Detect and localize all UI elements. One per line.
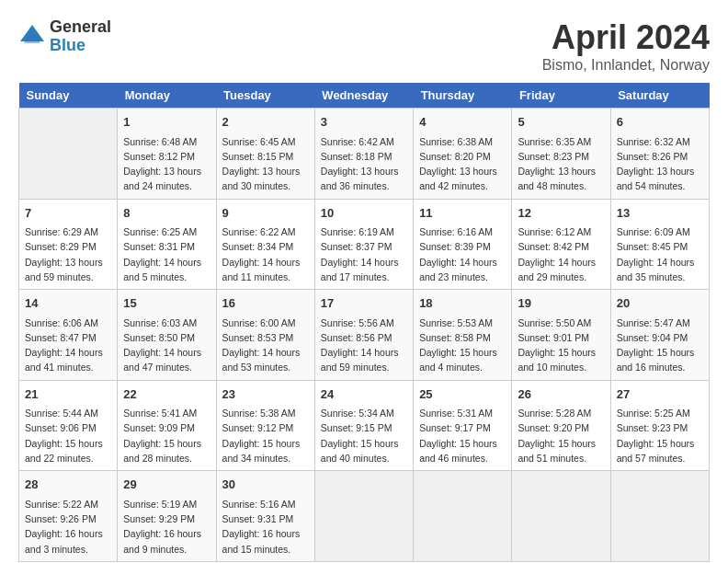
calendar-cell: 16Sunrise: 6:00 AMSunset: 8:53 PMDayligh… [216,290,314,381]
day-info: Sunrise: 5:16 AMSunset: 9:31 PMDaylight:… [222,497,309,557]
calendar-cell [512,471,610,562]
calendar-cell: 15Sunrise: 6:03 AMSunset: 8:50 PMDayligh… [118,290,216,381]
logo: General Blue [18,18,111,55]
day-number: 27 [617,385,703,404]
calendar-cell: 27Sunrise: 5:25 AMSunset: 9:23 PMDayligh… [610,380,709,471]
day-info: Sunrise: 5:50 AMSunset: 9:01 PMDaylight:… [518,316,604,375]
day-info: Sunrise: 5:47 AMSunset: 9:04 PMDaylight:… [617,316,703,375]
day-number: 1 [123,113,210,132]
day-number: 25 [419,385,506,404]
day-number: 12 [518,204,604,223]
calendar-cell: 29Sunrise: 5:19 AMSunset: 9:29 PMDayligh… [118,471,216,562]
day-number: 21 [25,385,111,404]
day-info: Sunrise: 6:12 AMSunset: 8:42 PMDaylight:… [518,224,604,284]
calendar-cell: 10Sunrise: 6:19 AMSunset: 8:37 PMDayligh… [314,199,413,290]
day-info: Sunrise: 5:31 AMSunset: 9:17 PMDaylight:… [419,406,506,465]
day-info: Sunrise: 6:32 AMSunset: 8:26 PMDaylight:… [617,134,703,194]
day-info: Sunrise: 6:45 AMSunset: 8:15 PMDaylight:… [222,134,309,194]
title-block: April 2024 Bismo, Innlandet, Norway [542,18,710,74]
day-info: Sunrise: 6:00 AMSunset: 8:53 PMDaylight:… [222,316,309,375]
day-info: Sunrise: 5:34 AMSunset: 9:15 PMDaylight:… [321,406,407,465]
day-number: 26 [518,385,604,404]
day-info: Sunrise: 5:41 AMSunset: 9:09 PMDaylight:… [123,406,210,465]
calendar-cell: 8Sunrise: 6:25 AMSunset: 8:31 PMDaylight… [118,199,216,290]
day-info: Sunrise: 6:35 AMSunset: 8:23 PMDaylight:… [518,134,604,194]
day-info: Sunrise: 6:25 AMSunset: 8:31 PMDaylight:… [123,224,210,284]
page-header: General Blue April 2024 Bismo, Innlandet… [18,18,710,74]
day-info: Sunrise: 6:06 AMSunset: 8:47 PMDaylight:… [25,316,111,375]
calendar-cell: 17Sunrise: 5:56 AMSunset: 8:56 PMDayligh… [314,290,413,381]
day-of-week-header: Monday [118,83,216,109]
day-info: Sunrise: 5:53 AMSunset: 8:58 PMDaylight:… [419,316,506,375]
calendar-cell: 7Sunrise: 6:29 AMSunset: 8:29 PMDaylight… [19,199,118,290]
day-of-week-header: Friday [512,83,610,109]
day-number: 17 [321,294,407,313]
day-info: Sunrise: 6:09 AMSunset: 8:45 PMDaylight:… [617,224,703,284]
calendar-cell: 2Sunrise: 6:45 AMSunset: 8:15 PMDaylight… [216,109,314,200]
calendar-cell: 5Sunrise: 6:35 AMSunset: 8:23 PMDaylight… [512,109,610,200]
day-number: 3 [321,113,407,132]
day-info: Sunrise: 6:16 AMSunset: 8:39 PMDaylight:… [419,224,506,284]
month-title: April 2024 [542,18,710,57]
day-number: 8 [123,204,210,223]
day-info: Sunrise: 6:38 AMSunset: 8:20 PMDaylight:… [419,134,506,194]
day-number: 11 [419,204,506,223]
calendar-cell: 14Sunrise: 6:06 AMSunset: 8:47 PMDayligh… [19,290,118,381]
day-number: 23 [222,385,309,404]
calendar-week-row: 1Sunrise: 6:48 AMSunset: 8:12 PMDaylight… [19,109,710,200]
day-number: 22 [123,385,210,404]
day-info: Sunrise: 6:42 AMSunset: 8:18 PMDaylight:… [321,134,407,194]
day-number: 14 [25,294,111,313]
day-number: 5 [518,113,604,132]
day-number: 18 [419,294,506,313]
day-number: 24 [321,385,407,404]
day-info: Sunrise: 5:56 AMSunset: 8:56 PMDaylight:… [321,316,407,375]
location: Bismo, Innlandet, Norway [542,57,710,74]
day-number: 7 [25,204,111,223]
calendar-cell: 30Sunrise: 5:16 AMSunset: 9:31 PMDayligh… [216,471,314,562]
calendar-cell: 4Sunrise: 6:38 AMSunset: 8:20 PMDaylight… [414,109,512,200]
calendar-cell [19,109,118,200]
calendar-cell [610,471,709,562]
calendar-cell: 24Sunrise: 5:34 AMSunset: 9:15 PMDayligh… [314,380,413,471]
day-info: Sunrise: 5:25 AMSunset: 9:23 PMDaylight:… [617,406,703,465]
day-of-week-header: Tuesday [216,83,314,109]
day-info: Sunrise: 5:38 AMSunset: 9:12 PMDaylight:… [222,406,309,465]
calendar-cell: 25Sunrise: 5:31 AMSunset: 9:17 PMDayligh… [414,380,512,471]
day-number: 28 [25,476,111,494]
calendar-cell: 9Sunrise: 6:22 AMSunset: 8:34 PMDaylight… [216,199,314,290]
day-number: 10 [321,204,407,223]
day-number: 15 [123,294,210,313]
calendar-cell: 20Sunrise: 5:47 AMSunset: 9:04 PMDayligh… [610,290,709,381]
day-info: Sunrise: 6:19 AMSunset: 8:37 PMDaylight:… [321,224,407,284]
calendar-cell: 13Sunrise: 6:09 AMSunset: 8:45 PMDayligh… [610,199,709,290]
day-number: 2 [222,113,309,132]
day-number: 20 [617,294,703,313]
day-number: 6 [617,113,703,132]
day-number: 30 [222,476,309,494]
day-of-week-header: Thursday [414,83,512,109]
day-info: Sunrise: 6:48 AMSunset: 8:12 PMDaylight:… [123,134,210,194]
calendar-week-row: 14Sunrise: 6:06 AMSunset: 8:47 PMDayligh… [19,290,710,381]
calendar-cell: 22Sunrise: 5:41 AMSunset: 9:09 PMDayligh… [118,380,216,471]
day-info: Sunrise: 6:22 AMSunset: 8:34 PMDaylight:… [222,224,309,284]
day-of-week-header: Wednesday [314,83,413,109]
day-number: 16 [222,294,309,313]
day-number: 13 [617,204,703,223]
calendar-cell: 3Sunrise: 6:42 AMSunset: 8:18 PMDaylight… [314,109,413,200]
calendar-cell: 1Sunrise: 6:48 AMSunset: 8:12 PMDaylight… [118,109,216,200]
day-info: Sunrise: 5:22 AMSunset: 9:26 PMDaylight:… [25,497,111,557]
calendar-cell: 11Sunrise: 6:16 AMSunset: 8:39 PMDayligh… [414,199,512,290]
day-number: 19 [518,294,604,313]
calendar-header-row: SundayMondayTuesdayWednesdayThursdayFrid… [19,83,710,109]
calendar-cell: 26Sunrise: 5:28 AMSunset: 9:20 PMDayligh… [512,380,610,471]
day-info: Sunrise: 6:29 AMSunset: 8:29 PMDaylight:… [25,224,111,284]
day-info: Sunrise: 5:19 AMSunset: 9:29 PMDaylight:… [123,497,210,557]
logo-line1: General [50,18,111,37]
calendar-cell [314,471,413,562]
day-number: 4 [419,113,506,132]
day-number: 29 [123,476,210,494]
calendar-week-row: 21Sunrise: 5:44 AMSunset: 9:06 PMDayligh… [19,380,710,471]
calendar-table: SundayMondayTuesdayWednesdayThursdayFrid… [18,83,710,562]
day-info: Sunrise: 5:28 AMSunset: 9:20 PMDaylight:… [518,406,604,465]
